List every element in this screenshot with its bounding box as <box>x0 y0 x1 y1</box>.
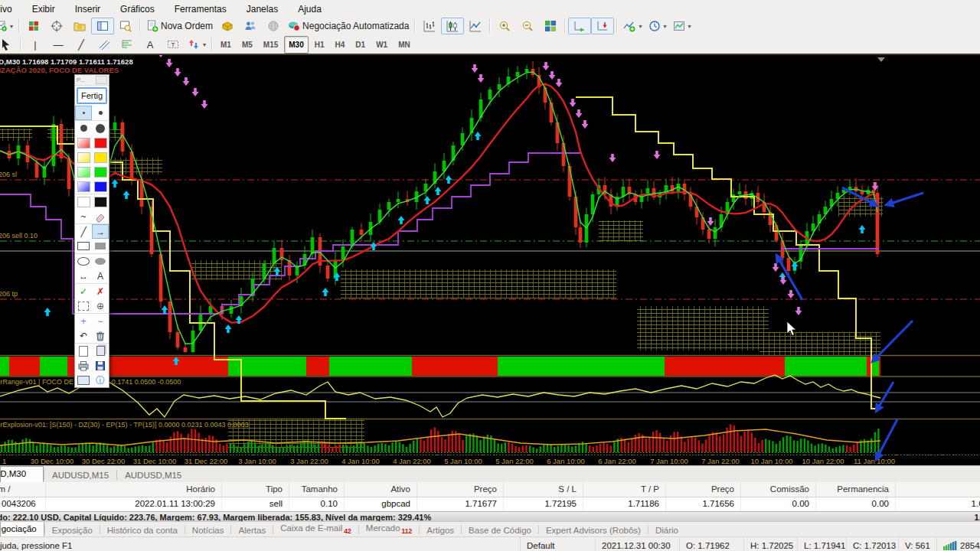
label-tool[interactable] <box>162 36 185 53</box>
algo-trading-button[interactable]: Negociação Automatizada <box>285 18 412 34</box>
plus-tool[interactable]: + <box>75 314 92 328</box>
color-white[interactable] <box>75 194 92 209</box>
palette-titlebar-button[interactable] <box>96 76 107 84</box>
column-header-3[interactable]: Tamanho <box>289 482 345 497</box>
fibonacci-tool[interactable] <box>116 36 139 53</box>
column-header-10[interactable]: Permanencia <box>816 482 896 497</box>
chart-tab-2[interactable]: AUDUSD,M15 <box>117 468 189 483</box>
magnify-tool[interactable]: ⊕ <box>92 298 109 313</box>
toolbox-tab-caixa-de-e-mail[interactable]: Caixa de E-mail42 <box>273 521 358 537</box>
save-button[interactable] <box>92 358 109 373</box>
color-blue-gradient[interactable] <box>75 179 92 194</box>
ellipse-tool[interactable] <box>75 254 92 269</box>
column-header-7[interactable]: T / P <box>583 482 666 497</box>
menu-inserir[interactable]: Inserir <box>65 1 110 17</box>
timeframe-m5[interactable]: M5 <box>237 36 257 54</box>
zoom-in-button[interactable] <box>493 18 516 34</box>
timeframe-m30[interactable]: M30 <box>284 36 308 54</box>
menu-janelas[interactable]: Janelas <box>237 1 288 17</box>
cursor-tool[interactable] <box>0 36 18 53</box>
minus-tool[interactable]: − <box>92 314 109 328</box>
copy-button[interactable] <box>92 344 109 358</box>
chart-tab-0[interactable]: GBPCAD,M30 <box>0 466 44 483</box>
color-yellow-gradient[interactable] <box>75 150 92 165</box>
chart-shift-button[interactable] <box>591 18 614 34</box>
zoom-out-button[interactable] <box>516 18 539 34</box>
toolbox-tab-expert-advisors-rob-s-[interactable]: Expert Advisors (Robôs) <box>539 523 648 537</box>
timeframe-d1[interactable]: D1 <box>351 36 370 54</box>
toolbox-tab-artigos[interactable]: Artigos <box>420 523 461 537</box>
templates-button[interactable]: ▾ <box>670 18 694 34</box>
palette-titlebar[interactable]: P... <box>75 75 109 86</box>
timeframe-h4[interactable]: H4 <box>331 36 350 54</box>
timeframe-w1[interactable]: W1 <box>371 36 392 54</box>
column-header-8[interactable]: Preço <box>666 482 741 497</box>
new-chart-button[interactable]: ▾ <box>0 18 16 34</box>
toolbox-tab-di-rio[interactable]: Diário <box>648 523 685 537</box>
double-arrow-tool[interactable]: ↔ <box>75 269 92 283</box>
new-order-button[interactable]: Nova Ordem <box>143 18 216 34</box>
palette-done-button[interactable]: Fertig <box>77 87 107 104</box>
line-chart-button[interactable] <box>464 18 487 34</box>
trade-table-row[interactable]: 00432062022.01.11 13:00:29sell0.10gbpcad… <box>0 497 980 511</box>
timeframe-m15[interactable]: M15 <box>259 36 283 54</box>
color-green[interactable] <box>92 165 109 179</box>
chart-canvas[interactable]: 130 Dec 10:0030 Dec 22:0031 Dec 10:0031 … <box>0 55 980 467</box>
paint-palette-window[interactable]: P... Fertig ~╱→↔A✓✗⊕+−↶ⓘ <box>74 74 109 388</box>
horizontal-line-tool[interactable]: — <box>47 36 70 53</box>
menu-arquivo[interactable]: Arquivo <box>0 1 22 17</box>
apply-button[interactable]: ✓ <box>75 284 92 298</box>
ellipse-filled-tool[interactable] <box>92 254 109 269</box>
column-header-5[interactable]: Preço <box>417 482 504 497</box>
status-profile[interactable]: Default <box>521 537 596 551</box>
toolbox-tab-hist-rico-da-conta[interactable]: Histórico da conta <box>100 523 185 537</box>
tile-windows-button[interactable] <box>539 18 562 34</box>
channel-tool[interactable] <box>93 36 116 53</box>
color-blue[interactable] <box>92 179 109 194</box>
pen-size-1[interactable] <box>75 106 92 120</box>
menu-graficos[interactable]: Gráficos <box>110 1 165 17</box>
menu-ferramentas[interactable]: Ferramentas <box>165 1 237 17</box>
shapes-tool[interactable]: ▾ <box>185 36 209 53</box>
print-button[interactable] <box>75 358 92 373</box>
toolbox-tab-exposi-o[interactable]: Exposição <box>45 523 100 537</box>
info-button[interactable]: ⓘ <box>92 373 109 387</box>
sounds-button[interactable] <box>262 18 285 34</box>
trendline-tool[interactable]: ╱ <box>70 36 93 53</box>
new-page-button[interactable] <box>75 344 92 358</box>
timeframe-m1[interactable]: M1 <box>216 36 236 54</box>
column-header-4[interactable]: Ativo <box>345 482 417 497</box>
toolbox-tab-base-de-c-digo[interactable]: Base de Código <box>462 523 538 537</box>
pen-size-2[interactable] <box>92 106 109 120</box>
pen-size-4[interactable] <box>92 121 109 135</box>
toolbox-tab-not-cias[interactable]: Notícias <box>185 523 231 537</box>
undo-button[interactable]: ↶ <box>75 328 92 343</box>
data-window-button[interactable] <box>114 18 137 34</box>
community-button[interactable] <box>239 18 262 34</box>
delete-button[interactable] <box>92 328 109 343</box>
column-header-11[interactable] <box>896 482 980 497</box>
chart-tab-1[interactable]: AUDUSD,M15 <box>44 468 116 483</box>
pencil-tool[interactable]: ~ <box>75 209 92 223</box>
indicators-button[interactable]: ▾ <box>620 18 645 34</box>
profiles-button[interactable] <box>22 18 45 34</box>
image-button[interactable] <box>75 373 92 387</box>
eraser-tool[interactable] <box>92 209 109 223</box>
color-red[interactable] <box>92 135 109 150</box>
depth-of-market-button[interactable] <box>216 18 239 34</box>
text-tool[interactable]: A <box>139 36 162 53</box>
periods-button[interactable]: ▾ <box>645 18 670 34</box>
arrow-tool[interactable]: → <box>92 224 109 239</box>
column-header-0[interactable]: Ordem / <box>0 482 46 497</box>
column-header-1[interactable]: Horário <box>46 482 222 497</box>
cancel-button[interactable]: ✗ <box>92 284 109 298</box>
column-header-2[interactable]: Tipo <box>222 482 289 497</box>
vertical-line-tool[interactable]: | <box>24 36 47 53</box>
toolbox-tab-negocia-o[interactable]: Negociação <box>0 521 44 537</box>
crosshair-button[interactable] <box>45 18 68 34</box>
timeframe-h1[interactable]: H1 <box>310 36 329 54</box>
bar-chart-button[interactable] <box>418 18 441 34</box>
pen-size-3[interactable] <box>75 121 92 135</box>
text-annotation-tool[interactable]: A <box>92 269 109 283</box>
menu-ajuda[interactable]: Ajuda <box>288 1 332 17</box>
